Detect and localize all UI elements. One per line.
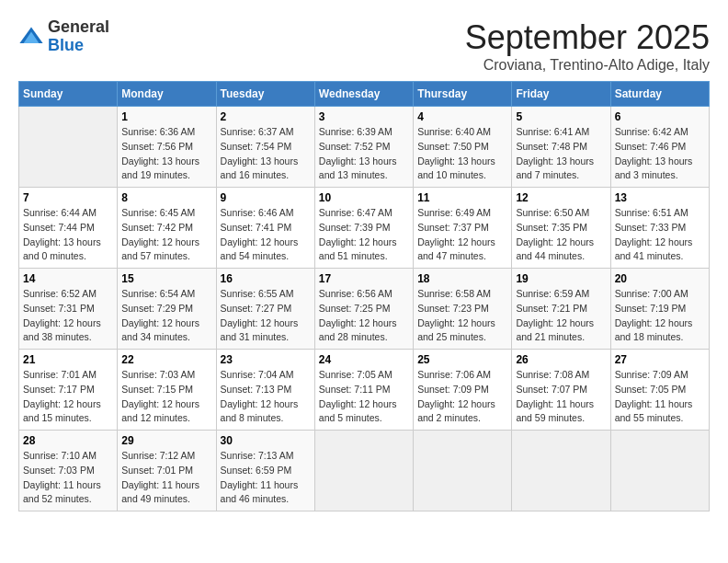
location-subtitle: Croviana, Trentino-Alto Adige, Italy — [465, 57, 710, 74]
day-number: 2 — [221, 110, 311, 123]
calendar-cell: 6Sunrise: 6:42 AMSunset: 7:46 PMDaylight… — [610, 107, 709, 188]
logo-general-text: General — [48, 18, 109, 37]
calendar-cell: 24Sunrise: 7:05 AMSunset: 7:11 PMDayligh… — [314, 350, 413, 431]
day-number: 5 — [516, 110, 606, 123]
month-year-title: September 2025 — [465, 18, 710, 57]
column-header-monday: Monday — [118, 82, 216, 107]
day-info: Sunrise: 6:41 AMSunset: 7:48 PMDaylight:… — [516, 125, 606, 183]
calendar-cell: 5Sunrise: 6:41 AMSunset: 7:48 PMDaylight… — [512, 107, 610, 188]
calendar-week-5: 28Sunrise: 7:10 AMSunset: 7:03 PMDayligh… — [19, 431, 710, 511]
day-number: 11 — [417, 191, 507, 204]
day-number: 12 — [516, 191, 606, 204]
column-header-wednesday: Wednesday — [314, 82, 413, 107]
day-number: 17 — [319, 272, 409, 285]
calendar-cell: 16Sunrise: 6:55 AMSunset: 7:27 PMDayligh… — [216, 269, 314, 350]
column-header-tuesday: Tuesday — [216, 82, 314, 107]
day-number: 16 — [221, 272, 311, 285]
day-number: 9 — [221, 191, 311, 204]
calendar-cell: 19Sunrise: 6:59 AMSunset: 7:21 PMDayligh… — [512, 269, 610, 350]
day-info: Sunrise: 6:55 AMSunset: 7:27 PMDaylight:… — [221, 287, 311, 345]
day-number: 8 — [121, 191, 211, 204]
day-info: Sunrise: 6:51 AMSunset: 7:33 PMDaylight:… — [615, 206, 705, 264]
calendar-cell: 1Sunrise: 6:36 AMSunset: 7:56 PMDaylight… — [118, 107, 216, 188]
calendar-cell: 10Sunrise: 6:47 AMSunset: 7:39 PMDayligh… — [314, 188, 413, 269]
day-info: Sunrise: 6:36 AMSunset: 7:56 PMDaylight:… — [121, 125, 211, 183]
day-info: Sunrise: 6:58 AMSunset: 7:23 PMDaylight:… — [417, 287, 507, 345]
day-info: Sunrise: 6:54 AMSunset: 7:29 PMDaylight:… — [121, 287, 211, 345]
day-info: Sunrise: 6:39 AMSunset: 7:52 PMDaylight:… — [319, 125, 409, 183]
calendar-cell: 26Sunrise: 7:08 AMSunset: 7:07 PMDayligh… — [512, 350, 610, 431]
day-info: Sunrise: 6:46 AMSunset: 7:41 PMDaylight:… — [221, 206, 311, 264]
day-info: Sunrise: 7:12 AMSunset: 7:01 PMDaylight:… — [121, 449, 211, 507]
day-info: Sunrise: 7:08 AMSunset: 7:07 PMDaylight:… — [516, 368, 606, 426]
day-number: 23 — [221, 353, 311, 366]
day-info: Sunrise: 6:59 AMSunset: 7:21 PMDaylight:… — [516, 287, 606, 345]
calendar-cell: 12Sunrise: 6:50 AMSunset: 7:35 PMDayligh… — [512, 188, 610, 269]
day-info: Sunrise: 7:00 AMSunset: 7:19 PMDaylight:… — [615, 287, 705, 345]
header-row: SundayMondayTuesdayWednesdayThursdayFrid… — [19, 82, 710, 107]
calendar-week-4: 21Sunrise: 7:01 AMSunset: 7:17 PMDayligh… — [19, 350, 710, 431]
calendar-cell — [414, 431, 512, 511]
calendar-cell: 4Sunrise: 6:40 AMSunset: 7:50 PMDaylight… — [414, 107, 512, 188]
day-number: 27 — [615, 353, 705, 366]
day-info: Sunrise: 6:40 AMSunset: 7:50 PMDaylight:… — [417, 125, 507, 183]
calendar-cell: 15Sunrise: 6:54 AMSunset: 7:29 PMDayligh… — [118, 269, 216, 350]
day-number: 20 — [615, 272, 705, 285]
calendar-cell: 28Sunrise: 7:10 AMSunset: 7:03 PMDayligh… — [19, 431, 118, 511]
calendar-cell: 22Sunrise: 7:03 AMSunset: 7:15 PMDayligh… — [118, 350, 216, 431]
calendar-cell: 2Sunrise: 6:37 AMSunset: 7:54 PMDaylight… — [216, 107, 314, 188]
calendar-cell: 3Sunrise: 6:39 AMSunset: 7:52 PMDaylight… — [314, 107, 413, 188]
day-info: Sunrise: 6:49 AMSunset: 7:37 PMDaylight:… — [417, 206, 507, 264]
day-number: 21 — [23, 353, 113, 366]
calendar-week-1: 1Sunrise: 6:36 AMSunset: 7:56 PMDaylight… — [19, 107, 710, 188]
day-info: Sunrise: 7:06 AMSunset: 7:09 PMDaylight:… — [417, 368, 507, 426]
day-number: 10 — [319, 191, 409, 204]
day-number: 4 — [417, 110, 507, 123]
column-header-saturday: Saturday — [610, 82, 709, 107]
calendar-body: 1Sunrise: 6:36 AMSunset: 7:56 PMDaylight… — [19, 107, 710, 511]
day-number: 28 — [23, 434, 113, 447]
calendar-cell: 27Sunrise: 7:09 AMSunset: 7:05 PMDayligh… — [610, 350, 709, 431]
column-header-sunday: Sunday — [19, 82, 118, 107]
day-number: 1 — [121, 110, 211, 123]
page-header: General Blue September 2025 Croviana, Tr… — [18, 18, 710, 74]
day-info: Sunrise: 6:50 AMSunset: 7:35 PMDaylight:… — [516, 206, 606, 264]
day-number: 7 — [23, 191, 113, 204]
calendar-cell: 9Sunrise: 6:46 AMSunset: 7:41 PMDaylight… — [216, 188, 314, 269]
calendar-cell: 18Sunrise: 6:58 AMSunset: 7:23 PMDayligh… — [414, 269, 512, 350]
day-number: 18 — [417, 272, 507, 285]
calendar-cell — [19, 107, 118, 188]
calendar-table: SundayMondayTuesdayWednesdayThursdayFrid… — [18, 81, 710, 511]
calendar-cell: 11Sunrise: 6:49 AMSunset: 7:37 PMDayligh… — [414, 188, 512, 269]
calendar-cell: 8Sunrise: 6:45 AMSunset: 7:42 PMDaylight… — [118, 188, 216, 269]
calendar-cell — [314, 431, 413, 511]
day-info: Sunrise: 6:45 AMSunset: 7:42 PMDaylight:… — [121, 206, 211, 264]
day-number: 22 — [121, 353, 211, 366]
day-info: Sunrise: 6:47 AMSunset: 7:39 PMDaylight:… — [319, 206, 409, 264]
title-block: September 2025 Croviana, Trentino-Alto A… — [465, 18, 710, 74]
day-number: 15 — [121, 272, 211, 285]
day-info: Sunrise: 7:09 AMSunset: 7:05 PMDaylight:… — [615, 368, 705, 426]
logo-icon — [18, 24, 44, 50]
day-number: 3 — [319, 110, 409, 123]
calendar-cell: 25Sunrise: 7:06 AMSunset: 7:09 PMDayligh… — [414, 350, 512, 431]
calendar-cell: 20Sunrise: 7:00 AMSunset: 7:19 PMDayligh… — [610, 269, 709, 350]
calendar-cell: 30Sunrise: 7:13 AMSunset: 6:59 PMDayligh… — [216, 431, 314, 511]
day-info: Sunrise: 6:44 AMSunset: 7:44 PMDaylight:… — [23, 206, 113, 264]
column-header-friday: Friday — [512, 82, 610, 107]
day-number: 14 — [23, 272, 113, 285]
day-info: Sunrise: 6:52 AMSunset: 7:31 PMDaylight:… — [23, 287, 113, 345]
day-number: 24 — [319, 353, 409, 366]
calendar-week-3: 14Sunrise: 6:52 AMSunset: 7:31 PMDayligh… — [19, 269, 710, 350]
calendar-header: SundayMondayTuesdayWednesdayThursdayFrid… — [19, 82, 710, 107]
calendar-cell: 14Sunrise: 6:52 AMSunset: 7:31 PMDayligh… — [19, 269, 118, 350]
day-info: Sunrise: 6:42 AMSunset: 7:46 PMDaylight:… — [615, 125, 705, 183]
logo-blue-text: Blue — [48, 37, 109, 55]
calendar-cell: 29Sunrise: 7:12 AMSunset: 7:01 PMDayligh… — [118, 431, 216, 511]
calendar-week-2: 7Sunrise: 6:44 AMSunset: 7:44 PMDaylight… — [19, 188, 710, 269]
day-number: 29 — [121, 434, 211, 447]
day-number: 26 — [516, 353, 606, 366]
day-info: Sunrise: 7:13 AMSunset: 6:59 PMDaylight:… — [221, 449, 311, 507]
day-info: Sunrise: 7:10 AMSunset: 7:03 PMDaylight:… — [23, 449, 113, 507]
day-info: Sunrise: 6:37 AMSunset: 7:54 PMDaylight:… — [221, 125, 311, 183]
